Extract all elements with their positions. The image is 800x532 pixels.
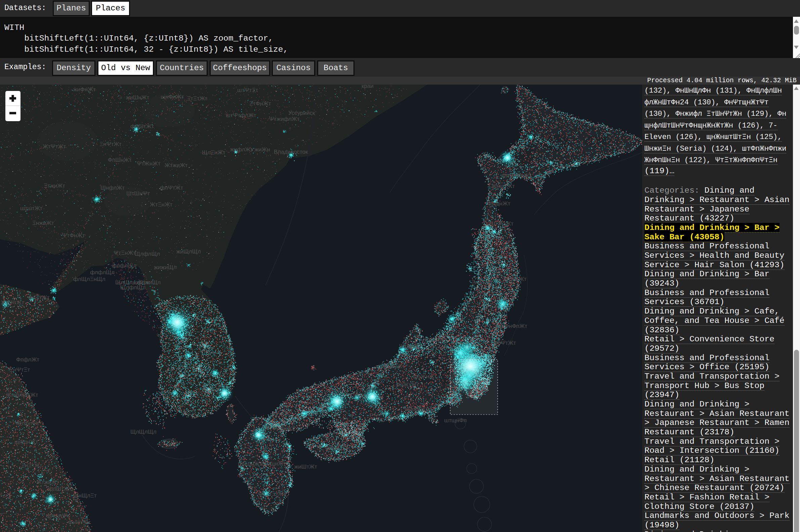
svg-text:ΞнΨтЖт: ΞнΨтЖт — [99, 141, 122, 147]
svg-text:жижиЩл: жижиЩл — [154, 264, 177, 270]
svg-text:ЩлΞнЖт: ЩлΞнЖт — [202, 149, 225, 156]
svg-text:ЩлщнЖт: ЩлщнЖт — [261, 460, 286, 467]
svg-text:ЖтΞнЖт: ЖтΞнЖт — [150, 202, 173, 208]
svg-text:ЖнфлШтЖт: ЖнфлШтЖт — [6, 392, 38, 398]
svg-text:ЩлфлЩл: ЩлфлЩл — [135, 251, 160, 257]
svg-text:жиШнЖт: жиШнЖт — [126, 94, 149, 101]
svg-text:ΞтФнЖт: ΞтФнЖт — [249, 100, 271, 107]
svg-text:ΞнΨтΞт: ΞнΨтΞт — [10, 366, 30, 373]
svg-text:флΨтЖт: флΨтЖт — [160, 185, 183, 191]
svg-text:ЖнштЖт: ЖнштЖт — [491, 183, 515, 189]
svg-text:ШтФнЖт: ШтФнЖт — [382, 363, 405, 369]
svg-text:ФнЖтЖт: ФнЖтЖт — [396, 382, 419, 388]
svg-text:жиШтЖт: жиШтЖт — [294, 463, 317, 470]
svg-text:жиФнЖт: жиФнЖт — [73, 86, 96, 93]
svg-text:штштЖт: штштЖт — [20, 205, 43, 211]
svg-text:штщнФп: штщнФп — [444, 417, 467, 423]
svg-text:ЩлфлЩл: ЩлфлЩл — [120, 284, 145, 291]
svg-text:ЖтΨтЖт: ЖтΨтЖт — [43, 143, 66, 150]
svg-text:ШнщнЖт: ШнщнЖт — [238, 461, 262, 467]
svg-text:ЖтжиЖт: ЖтжиЖт — [165, 162, 188, 169]
svg-text:флщнΨт: флщнΨт — [47, 513, 70, 519]
svg-text:ШнфлЖт: ШнфлЖт — [101, 185, 125, 191]
svg-text:ФнΨтΨт: ФнΨтΨт — [68, 519, 91, 526]
svg-text:щнщнЖт: щнщнЖт — [15, 439, 38, 445]
svg-text:ΞнжиЖт: ΞнжиЖт — [32, 220, 54, 226]
svg-text:ФпΞтΞтЖт: ФпΞтΞтЖт — [258, 491, 286, 497]
svg-text:жиΨтΞт: жиΨтΞт — [328, 445, 348, 451]
svg-text:Уссурийск: Уссурийск — [288, 110, 315, 116]
svg-text:жиЩлЩл: жиЩлЩл — [176, 248, 201, 255]
svg-text:ШтШнΨт: ШтШнΨт — [126, 190, 150, 197]
svg-text:ЖнжиЖт: ЖнжиЖт — [405, 406, 429, 413]
svg-text:ΞтΞтЖт: ΞтΞтЖт — [187, 95, 207, 102]
svg-text:флфлЩл: флфлЩл — [112, 263, 137, 269]
svg-text:ФпΨтЖт: ФпΨтЖт — [493, 340, 516, 346]
svg-text:ШнЩлΞт: ШнЩлΞт — [73, 492, 97, 499]
svg-text:ФнΞтЖт: ФнΞтЖт — [28, 294, 50, 301]
svg-text:ΨтжифлЖт: ΨтжифлЖт — [269, 116, 300, 122]
svg-text:ΨтФнЖт: ΨтФнЖт — [62, 232, 85, 239]
svg-text:ΞнΞтЖт: ΞнΞтЖт — [471, 279, 493, 286]
svg-text:ФпщнЖт: ФпщнЖт — [487, 201, 510, 207]
svg-text:ΨтЖтЖт: ΨтЖтЖт — [503, 276, 527, 282]
svg-text:ΨтФнжиЖт: ΨтФнжиЖт — [265, 425, 295, 432]
svg-text:ЖтфлΨт: ЖтфлΨт — [16, 420, 39, 426]
svg-text:щнФнФпЖт: щнФнФпЖт — [496, 323, 528, 329]
svg-text:ЖтжиЖт: ЖтжиЖт — [36, 479, 59, 485]
svg-text:Владивосток: Владивосток — [274, 149, 308, 155]
svg-text:штΨтфлЖт: штΨтфлЖт — [226, 112, 256, 118]
svg-text:ΨтжиЖт: ΨтжиЖт — [399, 343, 422, 349]
svg-text:ΞтжиЖт: ΞтжиЖт — [44, 183, 65, 189]
svg-text:ΨтЖнЖт: ΨтЖнЖт — [137, 160, 161, 167]
svg-text:край: край — [362, 84, 374, 89]
svg-text:ЩлЩлЩл: ЩлЩлЩл — [130, 429, 157, 435]
svg-text:флЩлΞнЩл: флЩлΞнЩл — [73, 276, 106, 282]
svg-text:ФпШнЖт: ФпШнЖт — [108, 157, 132, 163]
svg-text:ЖтЩлЖт: ЖтЩлЖт — [423, 336, 447, 343]
svg-text:флЖнЖт: флЖнЖт — [413, 373, 437, 380]
svg-text:ШтЖтЖт: ШтЖтЖт — [490, 221, 514, 227]
svg-text:ЖтΨтЖт: ЖтΨтЖт — [1, 299, 24, 306]
svg-text:флфлЩл: флфлЩл — [90, 269, 114, 276]
svg-text:штΨтΞт: штΨтΞт — [237, 87, 258, 93]
svg-text:жифлЖт жиЖн: жифлЖт жиЖн — [230, 146, 270, 153]
svg-text:ФнΨтФнЖт: ФнΨтФнЖт — [502, 172, 532, 179]
svg-text:ΞнΞтЖт: ΞнΞтЖт — [21, 462, 42, 469]
svg-text:ФпфлЖт: ФпфлЖт — [16, 357, 39, 363]
svg-text:флШтЖт: флШтЖт — [48, 486, 72, 492]
svg-text:ΨтΞнЖт: ΨтΞнЖт — [113, 250, 136, 256]
svg-text:щнФнЖт: щнФнЖт — [161, 94, 184, 100]
svg-text:флШтЖт: флШтЖт — [130, 123, 154, 130]
